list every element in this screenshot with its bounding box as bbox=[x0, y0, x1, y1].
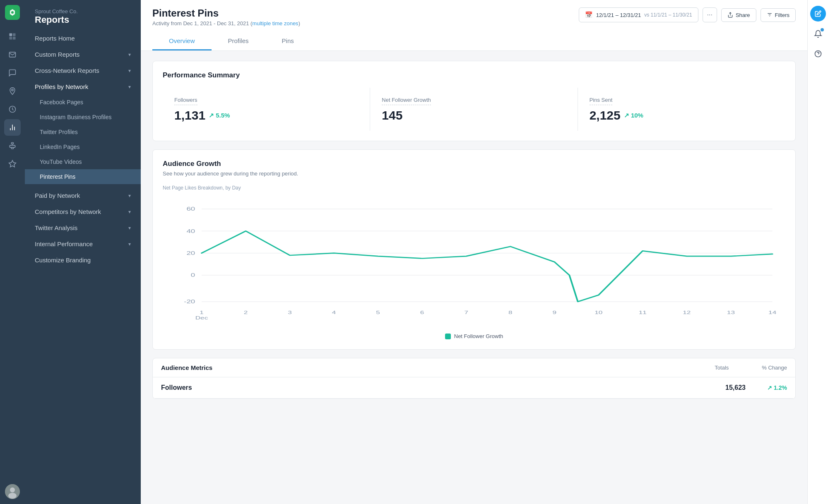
sidebar-sub-item-linkedin[interactable]: LinkedIn Pages bbox=[25, 139, 141, 154]
sidebar-item-label: Paid by Network bbox=[35, 192, 80, 199]
performance-summary-card: Performance Summary Followers 1,131 ↗ 5.… bbox=[152, 61, 796, 141]
compose-button[interactable] bbox=[810, 6, 826, 22]
nav-analytics-icon[interactable] bbox=[4, 119, 21, 136]
sidebar-sub-item-facebook-pages[interactable]: Facebook Pages bbox=[25, 95, 141, 110]
followers-trend: ↗ 5.5% bbox=[209, 112, 230, 119]
sub-item-label: Twitter Profiles bbox=[40, 129, 78, 135]
sub-item-label: YouTube Videos bbox=[40, 158, 82, 165]
svg-text:0: 0 bbox=[191, 272, 195, 278]
sidebar-item-cross-network[interactable]: Cross-Network Reports ▾ bbox=[25, 62, 141, 79]
date-range-button[interactable]: 📅 12/1/21 – 12/31/21 vs 11/1/21 – 11/30/… bbox=[579, 7, 698, 22]
col-totals: Totals bbox=[715, 365, 729, 371]
net-growth-label: Net Follower Growth bbox=[382, 97, 431, 105]
svg-text:12: 12 bbox=[683, 310, 691, 315]
sidebar-sub-item-instagram[interactable]: Instagram Business Profiles bbox=[25, 110, 141, 125]
perf-cell-net-follower-growth: Net Follower Growth 145 bbox=[370, 88, 578, 131]
followers-number: 1,131 bbox=[174, 108, 205, 122]
content-area: Performance Summary Followers 1,131 ↗ 5.… bbox=[141, 51, 807, 504]
calendar-icon: 📅 bbox=[585, 11, 593, 19]
sidebar-sub-item-pinterest[interactable]: Pinterest Pins bbox=[25, 169, 141, 184]
chevron-icon: ▾ bbox=[128, 52, 131, 58]
svg-text:1: 1 bbox=[200, 310, 204, 315]
svg-point-12 bbox=[10, 487, 15, 492]
performance-grid: Followers 1,131 ↗ 5.5% Net Follower Grow… bbox=[163, 88, 785, 131]
sub-item-label: Pinterest Pins bbox=[40, 173, 75, 180]
nav-automation-icon[interactable] bbox=[4, 137, 21, 154]
sidebar-item-competitors[interactable]: Competitors by Network ▾ bbox=[25, 204, 141, 220]
more-options-button[interactable]: ··· bbox=[703, 7, 717, 22]
sidebar-item-profiles-by-network[interactable]: Profiles by Network ▾ bbox=[25, 79, 141, 95]
svg-text:11: 11 bbox=[639, 310, 647, 315]
col-change: % Change bbox=[762, 365, 787, 371]
audience-growth-subtitle: See how your audience grew during the re… bbox=[163, 170, 785, 177]
svg-text:-20: -20 bbox=[184, 298, 195, 304]
user-avatar[interactable] bbox=[5, 484, 20, 499]
sidebar-item-custom-reports[interactable]: Custom Reports ▾ bbox=[25, 46, 141, 62]
metrics-total-value: 15,623 bbox=[696, 384, 746, 391]
filters-button[interactable]: Filters bbox=[761, 8, 796, 22]
timezone-link[interactable]: multiple time zones bbox=[252, 20, 298, 26]
sidebar-item-reports-home[interactable]: Reports Home bbox=[25, 30, 141, 46]
page-title: Pinterest Pins bbox=[152, 7, 300, 19]
svg-text:4: 4 bbox=[332, 310, 336, 315]
sidebar-item-label: Profiles by Network bbox=[35, 83, 88, 90]
nav-schedule-icon[interactable] bbox=[4, 101, 21, 118]
performance-summary-title: Performance Summary bbox=[163, 71, 785, 79]
sidebar-sub-item-twitter-profiles[interactable]: Twitter Profiles bbox=[25, 125, 141, 139]
sidebar-item-paid-by-network[interactable]: Paid by Network ▾ bbox=[25, 187, 141, 204]
tab-overview[interactable]: Overview bbox=[152, 32, 212, 50]
sub-item-label: Instagram Business Profiles bbox=[40, 114, 112, 120]
sidebar-header: Sprout Coffee Co. Reports bbox=[25, 0, 141, 30]
chart-label: Net Page Likes Breakdown, by Day bbox=[163, 185, 785, 191]
page-title-area: Pinterest Pins Activity from Dec 1, 2021… bbox=[152, 7, 300, 26]
metrics-change-value: ↗ 1.2% bbox=[746, 384, 787, 391]
legend-label: Net Follower Growth bbox=[454, 333, 503, 339]
chevron-icon: ▾ bbox=[128, 193, 131, 199]
pins-sent-value: 2,125 ↗ 10% bbox=[590, 108, 774, 122]
share-button[interactable]: Share bbox=[721, 8, 756, 22]
metrics-row-label: Followers bbox=[161, 384, 696, 391]
chart-legend: Net Follower Growth bbox=[163, 333, 785, 339]
sidebar-item-twitter-analysis[interactable]: Twitter Analysis ▾ bbox=[25, 220, 141, 236]
nav-pin-icon[interactable] bbox=[4, 83, 21, 99]
notifications-icon[interactable] bbox=[811, 26, 826, 41]
pins-sent-trend: ↗ 10% bbox=[624, 112, 643, 119]
svg-text:9: 9 bbox=[552, 310, 556, 315]
svg-text:2: 2 bbox=[244, 310, 248, 315]
audience-growth-title: Audience Growth bbox=[163, 160, 785, 168]
svg-point-0 bbox=[11, 11, 14, 14]
sidebar-item-label: Cross-Network Reports bbox=[35, 67, 99, 74]
net-growth-value: 145 bbox=[382, 108, 566, 122]
compare-range: vs 11/1/21 – 11/30/21 bbox=[644, 12, 692, 18]
svg-text:7: 7 bbox=[464, 310, 468, 315]
audience-chart: 60 40 20 0 -20 1 Dec 2 3 4 5 6 7 bbox=[163, 196, 785, 328]
svg-point-6 bbox=[12, 89, 13, 91]
sidebar-item-label: Customize Branding bbox=[35, 257, 91, 264]
sidebar-item-internal-performance[interactable]: Internal Performance ▾ bbox=[25, 236, 141, 252]
svg-text:10: 10 bbox=[595, 310, 602, 315]
tab-profiles[interactable]: Profiles bbox=[212, 32, 265, 50]
pins-sent-number: 2,125 bbox=[590, 108, 621, 122]
tab-pins[interactable]: Pins bbox=[265, 32, 310, 50]
sidebar-item-customize-branding[interactable]: Customize Branding bbox=[25, 252, 141, 268]
metrics-title: Audience Metrics bbox=[161, 364, 212, 371]
svg-text:20: 20 bbox=[186, 250, 195, 256]
help-icon[interactable] bbox=[811, 46, 826, 61]
nav-messages-icon[interactable] bbox=[4, 65, 21, 81]
nav-inbox-icon[interactable] bbox=[4, 46, 21, 63]
date-range-value: 12/1/21 – 12/31/21 bbox=[596, 12, 641, 18]
svg-point-13 bbox=[8, 493, 17, 499]
svg-marker-10 bbox=[9, 161, 16, 167]
svg-text:8: 8 bbox=[508, 310, 513, 315]
svg-text:3: 3 bbox=[288, 310, 292, 315]
logo-icon[interactable] bbox=[5, 5, 20, 20]
chart-area: 60 40 20 0 -20 1 Dec 2 3 4 5 6 7 bbox=[163, 196, 785, 328]
sub-item-label: Facebook Pages bbox=[40, 99, 83, 106]
metrics-header: Audience Metrics Totals % Change bbox=[153, 358, 795, 377]
nav-home-icon[interactable] bbox=[4, 28, 21, 45]
chevron-icon: ▾ bbox=[128, 209, 131, 215]
chevron-icon: ▾ bbox=[128, 84, 131, 90]
svg-rect-1 bbox=[10, 34, 12, 36]
sidebar-sub-item-youtube[interactable]: YouTube Videos bbox=[25, 154, 141, 169]
nav-star-icon[interactable] bbox=[4, 156, 21, 172]
